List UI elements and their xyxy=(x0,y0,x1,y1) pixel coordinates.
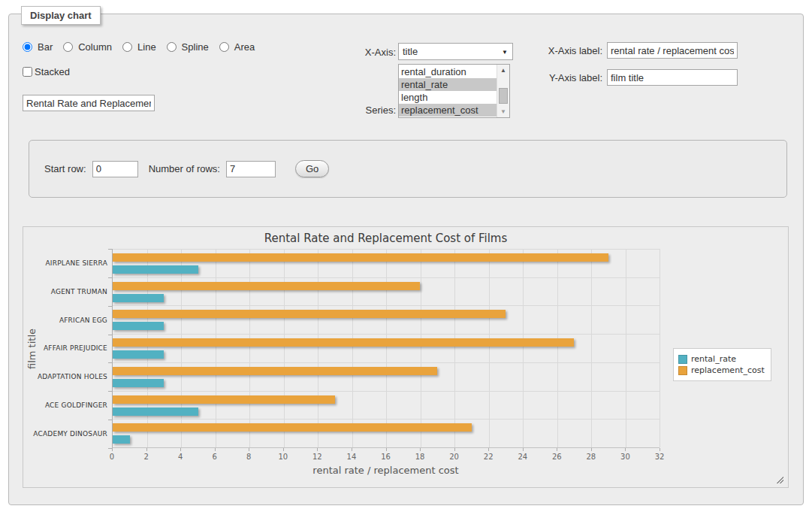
x-axis-label-label: X-Axis label: xyxy=(538,45,602,56)
y-axis-label-input[interactable] xyxy=(607,69,738,86)
chart-type-radio-group: Bar Column Line Spline Area xyxy=(23,41,262,53)
resize-handle-icon[interactable] xyxy=(775,475,783,483)
bar-group xyxy=(113,391,660,420)
number-of-rows-label: Number of rows: xyxy=(149,163,220,174)
x-tick xyxy=(420,448,421,451)
x-tick-label: 30 xyxy=(620,453,630,461)
x-tick-label: 24 xyxy=(518,453,527,461)
bar-replacement_cost xyxy=(113,310,506,318)
bar-group xyxy=(113,305,660,334)
bar-rental_rate xyxy=(113,322,164,330)
x-tick-label: 4 xyxy=(178,453,183,461)
radio-line[interactable] xyxy=(122,42,132,52)
x-tick-label: 2 xyxy=(143,453,148,461)
x-axis-select-label: X-Axis: xyxy=(355,47,396,58)
category-label: ADAPTATION HOLES xyxy=(29,362,107,391)
start-row-input[interactable] xyxy=(92,161,138,177)
radio-spline[interactable] xyxy=(167,42,177,52)
row-range-panel: Start row: Number of rows: Go xyxy=(29,140,787,198)
bar-replacement_cost xyxy=(113,253,608,262)
bar-replacement_cost xyxy=(113,423,472,432)
x-tick-label: 28 xyxy=(587,453,596,461)
x-tick xyxy=(352,448,352,451)
stacked-row: Stacked xyxy=(23,66,70,77)
x-tick xyxy=(317,448,318,451)
x-tick-label: 10 xyxy=(278,453,288,461)
bar-rental_rate xyxy=(113,407,198,416)
bar-rental_rate xyxy=(113,265,198,274)
chart-title-input[interactable] xyxy=(23,95,155,111)
bar-rental_rate xyxy=(113,435,130,444)
bar-rental_rate xyxy=(113,379,164,387)
radio-area-label[interactable]: Area xyxy=(234,41,255,53)
scroll-up-icon[interactable]: ▲ xyxy=(498,65,509,76)
chart-legend: rental_ratereplacement_cost xyxy=(673,348,771,381)
scrollbar-thumb[interactable] xyxy=(499,88,508,104)
x-tick-label: 12 xyxy=(312,453,322,461)
chevron-down-icon: ▼ xyxy=(502,49,508,56)
radio-bar-label[interactable]: Bar xyxy=(38,41,53,53)
bar-replacement_cost xyxy=(113,367,437,375)
chart-title: Rental Rate and Replacement Cost of Film… xyxy=(23,232,748,245)
bar-rental_rate xyxy=(113,350,164,359)
bar-group xyxy=(113,334,660,362)
series-option[interactable]: length xyxy=(399,91,497,104)
x-axis-ticks xyxy=(112,448,660,452)
bar-group xyxy=(113,249,660,277)
x-tick xyxy=(454,448,455,451)
legend-label: rental_rate xyxy=(691,354,736,364)
fieldset-legend: Display chart xyxy=(21,6,101,25)
start-row-label: Start row: xyxy=(44,163,86,174)
plot-area xyxy=(112,249,660,448)
legend-item-replacement_cost[interactable]: replacement_cost xyxy=(678,365,765,375)
series-listbox[interactable]: rental_durationrental_ratelengthreplacem… xyxy=(398,64,510,118)
x-tick-label: 6 xyxy=(213,453,217,461)
category-label: ACE GOLDFINGER xyxy=(29,391,107,420)
x-tick xyxy=(146,448,147,451)
bar-group xyxy=(113,277,660,306)
bar-replacement_cost xyxy=(113,282,420,290)
x-tick xyxy=(283,448,284,451)
x-tick xyxy=(625,448,626,451)
number-of-rows-input[interactable] xyxy=(226,161,276,177)
radio-column-label[interactable]: Column xyxy=(78,41,112,53)
x-tick xyxy=(180,448,181,451)
bar-group xyxy=(113,362,660,391)
go-button[interactable]: Go xyxy=(295,160,329,177)
y-axis-label-label: Y-Axis label: xyxy=(538,72,602,83)
x-tick xyxy=(112,448,113,451)
x-tick-label: 8 xyxy=(246,453,251,461)
bar-replacement_cost xyxy=(113,338,574,347)
legend-swatch xyxy=(678,355,687,364)
x-axis-label-input[interactable] xyxy=(607,42,738,59)
x-axis-title: rental rate / replacement cost xyxy=(112,465,660,476)
stacked-checkbox[interactable] xyxy=(23,67,32,77)
radio-column[interactable] xyxy=(63,42,73,52)
x-axis-selected-value: title xyxy=(403,46,418,57)
scroll-down-icon[interactable]: ▼ xyxy=(498,106,509,117)
x-tick xyxy=(557,448,557,451)
stacked-label[interactable]: Stacked xyxy=(35,66,70,77)
x-tick xyxy=(488,448,489,451)
category-label: ACADEMY DINOSAUR xyxy=(29,420,107,448)
x-tick-label: 32 xyxy=(655,453,665,461)
chart-container: Rental Rate and Replacement Cost of Film… xyxy=(23,226,789,488)
bar-replacement_cost xyxy=(113,395,335,404)
radio-spline-label[interactable]: Spline xyxy=(182,41,209,53)
category-label: AIRPLANE SIERRA xyxy=(29,249,107,277)
x-axis-tick-labels: 02468101214161820222426283032 xyxy=(112,453,660,462)
radio-area[interactable] xyxy=(219,42,229,52)
x-tick-label: 20 xyxy=(449,453,459,461)
series-option[interactable]: rental_rate xyxy=(399,78,497,91)
series-option[interactable]: rental_duration xyxy=(399,65,497,78)
radio-bar[interactable] xyxy=(23,42,32,52)
series-option[interactable]: replacement_cost xyxy=(399,104,497,117)
legend-item-rental_rate[interactable]: rental_rate xyxy=(678,354,765,364)
category-label: AFFAIR PREJUDICE xyxy=(29,335,107,363)
x-tick xyxy=(386,448,387,451)
category-label: AFRICAN EGG xyxy=(29,306,107,335)
x-tick xyxy=(249,448,249,451)
series-scrollbar[interactable]: ▲ ▼ xyxy=(497,65,509,117)
x-axis-select[interactable]: title ▼ xyxy=(398,43,513,60)
radio-line-label[interactable]: Line xyxy=(137,41,156,53)
